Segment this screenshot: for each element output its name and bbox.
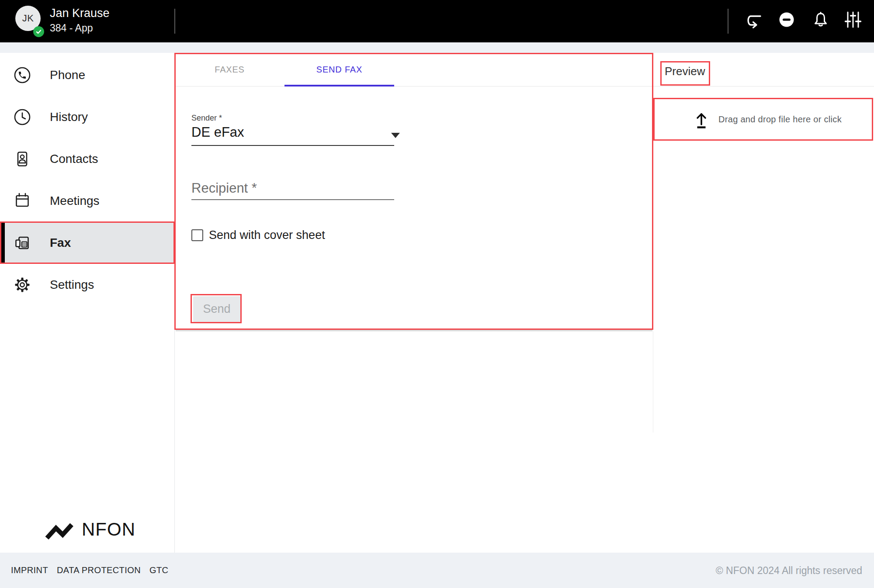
sidebar-item-settings[interactable]: Settings bbox=[0, 264, 175, 306]
presence-badge bbox=[33, 26, 44, 37]
tab-label: SEND FAX bbox=[316, 65, 362, 75]
footer: IMPRINT DATA PROTECTION GTC © NFON 2024 … bbox=[0, 553, 874, 588]
check-icon bbox=[35, 28, 42, 35]
contacts-icon bbox=[13, 149, 32, 169]
sidebar-item-meetings[interactable]: Meetings bbox=[0, 180, 175, 222]
user-extension: 384 - App bbox=[50, 22, 93, 34]
sender-underline bbox=[191, 145, 394, 146]
active-tab-underline bbox=[284, 85, 394, 86]
card-bottom-shadow bbox=[176, 330, 652, 332]
sidebar-item-label: Meetings bbox=[50, 194, 100, 208]
settings-icon bbox=[13, 275, 32, 294]
sidebar-item-phone[interactable]: Phone bbox=[0, 54, 175, 96]
fax-panel: FAXES SEND FAX Sender * DE eFax Send wit… bbox=[175, 53, 653, 330]
upload-icon bbox=[692, 110, 711, 129]
active-indicator bbox=[0, 222, 5, 264]
dropzone-text: Drag and drop file here or click bbox=[718, 114, 842, 125]
cover-sheet-checkbox[interactable] bbox=[191, 229, 203, 241]
sender-select[interactable]: DE eFax bbox=[191, 125, 394, 140]
file-dropzone[interactable]: Drag and drop file here or click bbox=[653, 98, 873, 140]
tab-faxes[interactable]: FAXES bbox=[175, 53, 284, 86]
sidebar-item-label: Phone bbox=[50, 68, 85, 82]
cover-sheet-option[interactable]: Send with cover sheet bbox=[191, 228, 325, 242]
cover-sheet-label: Send with cover sheet bbox=[209, 228, 325, 242]
sender-label: Sender * bbox=[191, 114, 222, 123]
send-button[interactable]: Send bbox=[193, 296, 240, 322]
chevron-down-icon[interactable] bbox=[391, 133, 400, 138]
tab-send-fax[interactable]: SEND FAX bbox=[284, 53, 394, 86]
footer-link-imprint[interactable]: IMPRINT bbox=[11, 565, 48, 575]
sidebar-item-label: Contacts bbox=[50, 152, 98, 166]
nfon-logo: NFON bbox=[45, 519, 135, 540]
fax-icon bbox=[13, 233, 32, 252]
topbar-divider-right bbox=[728, 9, 728, 34]
history-icon bbox=[13, 107, 32, 127]
sidebar-item-label: History bbox=[50, 110, 88, 124]
avatar-initials: JK bbox=[22, 13, 34, 24]
tab-label: FAXES bbox=[215, 65, 244, 75]
footer-link-data-protection[interactable]: DATA PROTECTION bbox=[57, 565, 141, 575]
topbar: JK Jan Krause 384 - App bbox=[0, 0, 874, 42]
sidebar-item-label: Settings bbox=[50, 278, 94, 292]
topbar-divider-left bbox=[174, 9, 175, 34]
copyright-text: © NFON 2024 All rights reserved bbox=[716, 564, 862, 576]
sidebar-item-fax[interactable]: Fax bbox=[0, 222, 175, 264]
nfon-logo-text: NFON bbox=[82, 519, 135, 540]
panel-edge-line bbox=[653, 331, 653, 432]
nfon-logo-mark bbox=[45, 519, 76, 540]
call-forward-icon[interactable] bbox=[742, 10, 762, 29]
meetings-icon bbox=[13, 191, 32, 211]
sidebar-item-contacts[interactable]: Contacts bbox=[0, 138, 175, 180]
preview-title: Preview bbox=[665, 65, 705, 78]
sidebar-item-history[interactable]: History bbox=[0, 96, 175, 138]
footer-link-gtc[interactable]: GTC bbox=[149, 565, 168, 575]
phone-icon bbox=[13, 66, 32, 85]
footer-links: IMPRINT DATA PROTECTION GTC bbox=[11, 565, 168, 575]
sidebar: Phone History Contacts bbox=[0, 53, 175, 553]
notifications-icon[interactable] bbox=[811, 10, 830, 29]
do-not-disturb-icon[interactable] bbox=[777, 10, 796, 29]
user-name: Jan Krause bbox=[50, 7, 110, 20]
app-screen: JK Jan Krause 384 - App bbox=[0, 0, 874, 588]
tune-settings-icon[interactable] bbox=[843, 10, 863, 29]
fax-tabbar: FAXES SEND FAX bbox=[175, 53, 653, 86]
sidebar-item-label: Fax bbox=[50, 236, 71, 250]
recipient-input[interactable] bbox=[191, 177, 394, 200]
